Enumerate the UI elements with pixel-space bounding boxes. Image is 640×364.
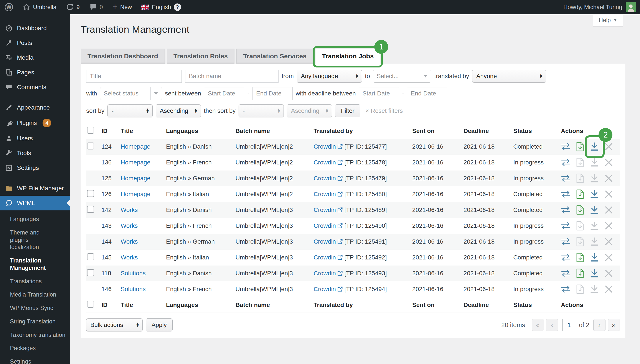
translated-by-select[interactable]: Anyone▲▼ xyxy=(472,70,546,83)
from-language-select[interactable]: Any language▲▼ xyxy=(297,70,362,83)
account-menu[interactable]: Howdy, Michael Turing xyxy=(563,2,640,12)
current-page-input[interactable] xyxy=(562,319,576,331)
last-page-button[interactable]: » xyxy=(608,319,620,331)
download-xliff-icon[interactable] xyxy=(575,237,585,246)
row-checkbox[interactable] xyxy=(87,190,94,197)
download-xliff-icon[interactable] xyxy=(575,253,585,262)
select-all-checkbox[interactable] xyxy=(87,127,94,134)
cancel-job-icon[interactable] xyxy=(604,253,614,262)
sidebar-item-tools[interactable]: Tools xyxy=(0,146,70,160)
updates-menu[interactable]: 9 xyxy=(61,0,85,14)
translator-link[interactable]: Crowdin xyxy=(313,222,336,229)
to-language-select[interactable]: Select... xyxy=(373,70,431,83)
wp-logo-menu[interactable]: W xyxy=(0,0,18,14)
submenu-settings[interactable]: Settings xyxy=(0,355,70,364)
job-title-link[interactable]: Solutions xyxy=(121,286,146,292)
translator-link[interactable]: Crowdin xyxy=(313,143,336,150)
download-xliff-icon[interactable] xyxy=(575,174,585,183)
job-title-link[interactable]: Works xyxy=(121,238,138,245)
job-title-link[interactable]: Homepage xyxy=(121,175,150,182)
sidebar-item-plugins[interactable]: Plugins 4 xyxy=(0,115,70,131)
batch-name-filter-input[interactable] xyxy=(185,70,278,83)
tab-translation-services[interactable]: Translation Services xyxy=(236,48,313,64)
filter-button[interactable]: Filter xyxy=(335,104,360,117)
sidebar-item-users[interactable]: Users xyxy=(0,131,70,146)
submenu-translation-management[interactable]: Translation Management xyxy=(0,254,52,275)
row-checkbox[interactable] xyxy=(87,206,94,213)
download-xliff-icon[interactable] xyxy=(575,158,585,167)
download-translation-icon[interactable] xyxy=(589,237,599,246)
download-translation-icon[interactable] xyxy=(589,205,599,215)
sidebar-item-posts[interactable]: Posts xyxy=(0,36,70,50)
tab-translation-roles[interactable]: Translation Roles xyxy=(167,48,234,64)
submenu-packages[interactable]: Packages xyxy=(0,342,70,355)
cancel-job-icon[interactable] xyxy=(604,142,614,152)
help-button[interactable]: Help ▼ xyxy=(593,14,623,26)
submenu-wp-menus-sync[interactable]: WP Menus Sync xyxy=(0,302,70,315)
sent-end-date-input[interactable] xyxy=(252,87,293,100)
download-translation-icon[interactable] xyxy=(589,253,599,262)
download-translation-icon[interactable] xyxy=(589,221,599,230)
next-page-button[interactable]: › xyxy=(593,319,605,331)
sync-translation-icon[interactable] xyxy=(561,174,571,183)
download-translation-icon[interactable] xyxy=(589,142,599,152)
cancel-job-icon[interactable] xyxy=(604,268,614,278)
cancel-job-icon[interactable] xyxy=(604,205,614,215)
submenu-translations[interactable]: Translations xyxy=(0,275,70,288)
job-title-link[interactable]: Homepage xyxy=(121,159,150,166)
row-checkbox[interactable] xyxy=(87,269,94,276)
translator-link[interactable]: Crowdin xyxy=(313,254,336,261)
sync-translation-icon[interactable] xyxy=(561,205,571,215)
select-all-checkbox[interactable] xyxy=(87,301,94,308)
sidebar-item-dashboard[interactable]: Dashboard xyxy=(0,21,70,36)
download-xliff-icon[interactable] xyxy=(575,221,585,230)
download-translation-icon[interactable] xyxy=(589,190,599,199)
job-title-link[interactable]: Solutions xyxy=(121,270,146,276)
submenu-taxonomy-translation[interactable]: Taxonomy translation xyxy=(0,328,70,342)
download-xliff-icon[interactable] xyxy=(575,205,585,215)
comments-menu[interactable]: 0 xyxy=(85,0,108,14)
job-title-link[interactable]: Works xyxy=(121,206,138,213)
language-switcher[interactable]: English ? xyxy=(137,0,186,14)
title-filter-input[interactable] xyxy=(86,70,182,83)
submenu-theme-localization[interactable]: Theme and plugins localization xyxy=(0,226,52,254)
deadline-end-date-input[interactable] xyxy=(407,87,447,100)
sort1-direction-select[interactable]: Ascending▲▼ xyxy=(156,104,201,117)
sort2-field-select[interactable]: -▲▼ xyxy=(239,104,284,117)
sent-start-date-input[interactable] xyxy=(204,87,244,100)
translator-link[interactable]: Crowdin xyxy=(313,159,336,166)
cancel-job-icon[interactable] xyxy=(604,190,614,199)
submenu-media-translation[interactable]: Media Translation xyxy=(0,288,70,302)
sync-translation-icon[interactable] xyxy=(561,253,571,262)
job-title-link[interactable]: Works xyxy=(121,222,138,229)
sidebar-item-settings[interactable]: Settings xyxy=(0,160,70,175)
translator-link[interactable]: Crowdin xyxy=(313,286,336,292)
tab-translation-dashboard[interactable]: Translation Dashboard xyxy=(81,48,165,64)
site-menu[interactable]: Umbrella xyxy=(18,0,61,14)
download-translation-icon[interactable] xyxy=(589,174,599,183)
help-circle-icon[interactable]: ? xyxy=(174,4,181,11)
download-translation-icon[interactable] xyxy=(589,284,599,294)
bulk-actions-select[interactable]: Bulk actions▲▼ xyxy=(86,318,143,332)
translator-link[interactable]: Crowdin xyxy=(313,175,336,182)
job-title-link[interactable]: Homepage xyxy=(121,143,150,150)
submenu-languages[interactable]: Languages xyxy=(0,212,70,226)
translator-link[interactable]: Crowdin xyxy=(313,238,336,245)
sync-translation-icon[interactable] xyxy=(561,190,571,199)
deadline-start-date-input[interactable] xyxy=(359,87,399,100)
sidebar-item-comments[interactable]: Comments xyxy=(0,80,70,94)
status-select[interactable]: Select status xyxy=(100,87,162,100)
sidebar-item-pages[interactable]: Pages xyxy=(0,65,70,80)
job-title-link[interactable]: Works xyxy=(121,254,138,261)
sync-translation-icon[interactable] xyxy=(561,142,571,152)
sidebar-item-wp-file-manager[interactable]: WP File Manager xyxy=(0,181,70,196)
tab-translation-jobs[interactable]: Translation Jobs xyxy=(315,48,380,64)
submenu-string-translation[interactable]: String Translation xyxy=(0,315,70,328)
sync-translation-icon[interactable] xyxy=(561,268,571,278)
download-translation-icon[interactable] xyxy=(589,158,599,167)
cancel-job-icon[interactable] xyxy=(604,237,614,246)
apply-button[interactable]: Apply xyxy=(146,318,173,332)
sync-translation-icon[interactable] xyxy=(561,221,571,230)
new-content-menu[interactable]: + New xyxy=(108,0,137,14)
sidebar-item-wpml[interactable]: WPML xyxy=(0,196,70,210)
